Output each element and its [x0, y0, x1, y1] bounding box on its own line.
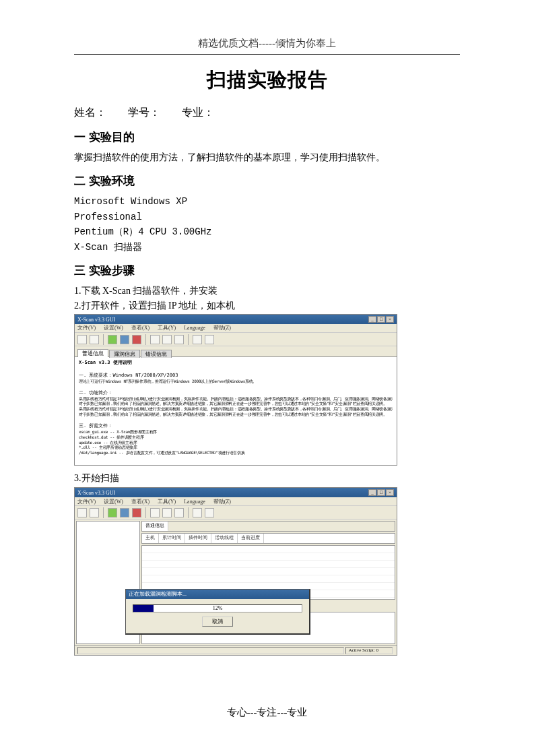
toolbar-icon[interactable]	[193, 508, 202, 517]
section-1-text: 掌握扫描软件的使用方法，了解扫描软件的基本原理，学习使用扫描软件。	[74, 150, 460, 165]
toolbar-icon[interactable]	[77, 335, 87, 344]
toolbar-icon[interactable]	[205, 335, 214, 344]
menu-language[interactable]: Language	[184, 499, 205, 505]
ss1-window-title: X-Scan v3.3 GUI	[77, 317, 115, 323]
menu-help[interactable]: 帮助(Z)	[213, 499, 231, 505]
tab-scan[interactable]: 普通信息	[142, 522, 168, 531]
progress-percent: 12%	[133, 605, 302, 611]
screenshot-2: X-Scan v3.3 GUI _ □ × 文件(V) 设置(W) 查看(X) …	[74, 487, 397, 656]
menu-settings[interactable]: 设置(W)	[104, 325, 123, 331]
ss1-line: /dat/language.ini -- 多语言配置文件，可通过设置"LANGU…	[79, 450, 393, 455]
major-label: 专业：	[182, 106, 214, 118]
ss1-line: 对于多数已知漏洞，我们给出了相应的漏洞描述、解决方案及详细描述链接，其它漏洞资料…	[79, 412, 393, 417]
toolbar-icon[interactable]	[205, 508, 214, 517]
close-icon[interactable]: ×	[386, 489, 394, 496]
pause-icon[interactable]	[120, 508, 129, 517]
toolbar-icon[interactable]	[150, 335, 160, 344]
menu-view[interactable]: 查看(X)	[131, 499, 149, 505]
section-1-heading: 一 实验目的	[74, 129, 460, 145]
ss1-line: 对于多数已知漏洞，我们给出了相应的漏洞描述、解决方案及详细描述链接，其它漏洞资料…	[79, 401, 393, 406]
maximize-icon[interactable]: □	[377, 489, 385, 496]
student-info: 姓名： 学号： 专业：	[74, 106, 460, 120]
col-host: 主机	[142, 534, 159, 543]
col-plugin-time: 插件时间	[185, 534, 211, 543]
toolbar-icon[interactable]	[174, 508, 184, 517]
ss2-tab-row: 普通信息	[141, 521, 395, 532]
env-line-2: Professional	[74, 210, 460, 224]
minimize-icon[interactable]: _	[368, 316, 376, 323]
toolbar-icon[interactable]	[90, 335, 99, 344]
close-icon[interactable]: ×	[386, 316, 394, 323]
status-text: Active Script: 0	[345, 647, 393, 654]
ss1-line: 一. 系统要求：Windows NT/2000/XP/2003	[79, 373, 393, 379]
menu-tools[interactable]: 工具(Y)	[158, 325, 176, 331]
ss1-body: X-Scan v3.3 使用说明 一. 系统要求：Windows NT/2000…	[75, 357, 397, 465]
ss2-window-title: X-Scan v3.3 GUI	[77, 490, 115, 496]
ss1-line: *.dll -- 主程序所需动态链接库	[79, 445, 393, 450]
menu-file[interactable]: 文件(V)	[77, 499, 96, 505]
ss1-toolbar	[75, 333, 397, 346]
ss1-line: update.exe -- 在线升级主程序	[79, 440, 393, 445]
ss1-line: xscan_gui.exe -- X-Scan图形界面主程序	[79, 429, 393, 435]
progress-dialog: 正在加载漏洞检测脚本... 12% 取消	[125, 589, 310, 635]
col-progress: 当前进度	[238, 534, 264, 543]
toolbar-icon[interactable]	[90, 508, 99, 517]
toolbar-icon[interactable]	[162, 508, 172, 517]
env-line-4: X-Scan 扫描器	[74, 240, 460, 255]
col-threads: 活动线程	[211, 534, 238, 543]
toolbar-icon[interactable]	[162, 335, 172, 344]
dialog-title: 正在加载漏洞检测脚本...	[126, 590, 309, 599]
tab-vuln-info[interactable]: 漏洞信息	[109, 350, 140, 358]
ss1-tabs: 普通信息 漏洞信息 错误信息	[75, 346, 397, 357]
name-label: 姓名：	[74, 106, 106, 118]
ss2-column-header: 主机 累计时间 插件时间 活动线程 当前进度	[141, 533, 395, 544]
step-2: 2.打开软件，设置扫描 IP 地址，如本机	[74, 298, 460, 313]
section-2-heading: 二 实验环境	[74, 173, 460, 189]
stop-icon[interactable]	[132, 335, 141, 344]
tab-error-info[interactable]: 错误信息	[141, 350, 172, 358]
ss2-titlebar: X-Scan v3.3 GUI _ □ ×	[75, 488, 397, 497]
menu-view[interactable]: 查看(X)	[131, 325, 149, 331]
section-3-heading: 三 实验步骤	[74, 263, 460, 278]
tab-normal-info[interactable]: 普通信息	[77, 349, 108, 358]
ss1-line: 采用多线程方式对指定IP地址段(或单机)进行安全漏洞检测，支持插件功能。扫描内容…	[79, 396, 393, 402]
ss2-statusbar: Active Script: 0	[75, 645, 397, 655]
menu-file[interactable]: 文件(V)	[77, 325, 96, 331]
menu-language[interactable]: Language	[184, 325, 205, 331]
minimize-icon[interactable]: _	[368, 489, 376, 496]
stop-icon[interactable]	[132, 508, 141, 517]
toolbar-icon[interactable]	[174, 335, 184, 344]
step-1: 1.下载 X-Scan 扫描器软件，并安装	[74, 284, 460, 298]
menu-settings[interactable]: 设置(W)	[104, 499, 123, 505]
ss1-line: 二. 功能简介：	[79, 390, 393, 396]
env-line-1: Microsoft Windows XP	[74, 194, 460, 209]
ss1-line: checkhost.dat -- 插件调度主程序	[79, 435, 393, 440]
toolbar-icon[interactable]	[150, 508, 160, 517]
step-3: 3.开始扫描	[74, 471, 460, 486]
menu-help[interactable]: 帮助(Z)	[213, 325, 231, 331]
ss1-line: X-Scan v3.3 使用说明	[79, 360, 393, 366]
pause-icon[interactable]	[120, 335, 129, 344]
play-icon[interactable]	[108, 508, 117, 517]
cancel-button[interactable]: 取消	[202, 617, 233, 627]
col-time: 累计时间	[159, 534, 185, 543]
progress-bar: 12%	[133, 604, 302, 612]
ss1-menubar: 文件(V) 设置(W) 查看(X) 工具(Y) Language 帮助(Z)	[75, 324, 397, 333]
env-line-3: Pentium（R）4 CPU 3.00GHz	[74, 224, 460, 239]
window-buttons: _ □ ×	[368, 316, 394, 323]
ss1-titlebar: X-Scan v3.3 GUI _ □ ×	[75, 315, 397, 324]
menu-tools[interactable]: 工具(Y)	[158, 499, 176, 505]
page-footer: 专心---专注---专业	[0, 706, 534, 719]
toolbar-icon[interactable]	[77, 508, 87, 517]
page-header: 精选优质文档-----倾情为你奉上	[74, 37, 460, 55]
ss1-line: 三. 所需文件：	[79, 423, 393, 429]
ss1-line: 理论上可运行于Windows NT系列操作系统，推荐运行于Windows 200…	[79, 379, 393, 384]
play-icon[interactable]	[108, 335, 117, 344]
window-buttons: _ □ ×	[368, 489, 394, 496]
main-title: 扫描实验报告	[74, 67, 460, 94]
ss1-line: 采用多线程方式对指定IP地址段(或单机)进行安全漏洞检测，支持插件功能。扫描内容…	[79, 406, 393, 412]
ss2-toolbar	[75, 506, 397, 519]
maximize-icon[interactable]: □	[377, 316, 385, 323]
ss2-menubar: 文件(V) 设置(W) 查看(X) 工具(Y) Language 帮助(Z)	[75, 497, 397, 506]
toolbar-icon[interactable]	[193, 335, 202, 344]
